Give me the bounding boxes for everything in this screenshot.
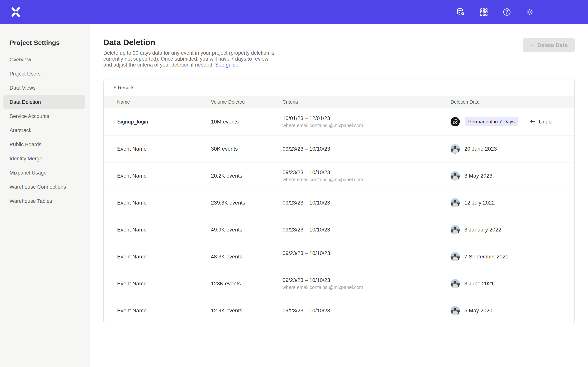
row-name: Event Name — [117, 281, 211, 287]
main-content: Data Deletion Delete up to 90 days data … — [90, 24, 588, 367]
row-criteria-range: 09/23/23 – 10/10/23 — [283, 227, 450, 233]
table-header: Name Volume Deleted Criteria Deletion Da… — [104, 96, 574, 108]
row-deletion-date: 12 July 2022 — [450, 198, 574, 207]
sidebar-item-warehouse-connections[interactable]: Warehouse Connections — [3, 180, 85, 194]
help-icon — [502, 8, 511, 17]
deletion-date-text: 5 May 2020 — [464, 308, 492, 314]
row-deletion-date: 3 May 2023 — [450, 171, 574, 180]
user-avatar — [450, 279, 460, 288]
page-description: Delete up to 90 days data for any event … — [103, 50, 277, 68]
see-guide-link[interactable]: See guide — [215, 62, 239, 68]
table-row: Event Name 30K events 09/23/23 – 10/10/2… — [104, 135, 574, 162]
row-criteria: 09/23/23 – 10/10/23 — [283, 200, 450, 206]
delete-data-button-label: Delete Data — [537, 42, 568, 48]
row-criteria-range: 09/23/23 – 10/10/23 — [283, 169, 450, 175]
sidebar-item-overview[interactable]: Overview — [3, 53, 85, 67]
row-name: Signup_login — [117, 119, 211, 125]
row-criteria-filter — [283, 258, 450, 263]
row-criteria-range: 10/01/23 – 12/01/23 — [283, 115, 450, 121]
results-count: 5 Results — [104, 79, 574, 96]
data-management-button[interactable] — [456, 8, 466, 17]
row-volume: 48.3K events — [211, 254, 283, 260]
help-button[interactable] — [502, 8, 511, 17]
row-volume: 239.3K events — [211, 200, 283, 206]
layout: Project Settings OverviewProject UsersDa… — [0, 24, 588, 367]
row-deletion-date: 3 June 2021 — [450, 279, 574, 288]
user-avatar — [450, 225, 460, 234]
row-criteria-range: 09/23/23 – 10/10/23 — [283, 308, 450, 314]
apps-grid-icon — [479, 8, 488, 17]
row-criteria-range: 09/23/23 – 10/10/23 — [283, 146, 450, 152]
topbar — [0, 0, 588, 24]
row-criteria: 10/01/23 – 12/01/23 where email contains… — [283, 115, 450, 128]
mixpanel-logo[interactable] — [11, 7, 21, 17]
row-volume: 10M events — [211, 119, 283, 125]
user-avatar — [450, 198, 460, 207]
row-name: Event Name — [117, 200, 211, 206]
sidebar-nav: OverviewProject UsersData ViewsData Dele… — [0, 53, 90, 208]
deletion-date-text: 20 June 2023 — [464, 146, 497, 152]
user-avatar — [450, 252, 460, 261]
sidebar-item-data-views[interactable]: Data Views — [3, 81, 85, 95]
sidebar-item-autotrack[interactable]: Autotrack — [3, 123, 85, 137]
row-volume: 123K events — [211, 281, 283, 287]
sidebar: Project Settings OverviewProject UsersDa… — [0, 24, 90, 367]
user-avatar — [450, 144, 460, 153]
row-criteria-range: 09/23/23 – 10/10/23 — [283, 277, 450, 283]
column-header-name: Name — [117, 99, 211, 105]
row-name: Event Name — [117, 146, 211, 152]
undo-icon — [530, 118, 536, 125]
row-volume: 20.2K events — [211, 173, 283, 179]
page-head: Data Deletion Delete up to 90 days data … — [103, 24, 575, 68]
sidebar-item-identity-merge[interactable]: Identity Merge — [3, 151, 85, 166]
sidebar-title: Project Settings — [9, 39, 90, 46]
topbar-icons — [456, 8, 534, 17]
undo-label: Undo — [539, 119, 552, 125]
row-deletion-date: 20 June 2023 — [450, 144, 574, 153]
table-body: Signup_login 10M events 10/01/23 – 12/01… — [104, 108, 574, 324]
permanent-badge: Permanent in 7 Days — [465, 117, 518, 126]
table-row: Event Name 12.9K events 09/23/23 – 10/10… — [104, 297, 574, 324]
row-criteria: 09/23/23 – 10/10/23 where email contains… — [283, 169, 450, 182]
row-criteria-filter: where email contains @mixpanel.com — [283, 123, 450, 128]
deletion-date-text: 7 September 2021 — [464, 254, 508, 260]
sidebar-item-public-boards[interactable]: Public Boards — [3, 137, 85, 151]
row-criteria: 09/23/23 – 10/10/23 where email contains… — [283, 277, 450, 290]
row-deletion-date: 7 September 2021 — [450, 252, 574, 261]
user-avatar — [450, 117, 460, 126]
deletion-date-text: 3 May 2023 — [464, 173, 492, 179]
row-volume: 30K events — [211, 146, 283, 152]
database-gear-icon — [457, 8, 465, 17]
row-criteria-range: 09/23/23 – 10/10/23 — [283, 250, 450, 256]
user-avatar — [450, 306, 460, 315]
sidebar-item-service-accounts[interactable]: Service Accounts — [3, 109, 85, 123]
table-row: Event Name 239.3K events 09/23/23 – 10/1… — [104, 189, 574, 216]
column-header-criteria: Criteria — [283, 99, 450, 105]
row-volume: 12.9K events — [211, 308, 283, 314]
row-criteria: 09/23/23 – 10/10/23 — [283, 250, 450, 263]
sidebar-item-project-users[interactable]: Project Users — [3, 67, 85, 81]
sidebar-item-data-deletion[interactable]: Data Deletion — [3, 95, 85, 109]
undo-button[interactable]: Undo — [530, 118, 552, 125]
row-name: Event Name — [117, 173, 211, 179]
sidebar-item-mixpanel-usage[interactable]: Mixpanel Usage — [3, 166, 85, 180]
apps-grid-button[interactable] — [479, 8, 488, 17]
user-avatar — [450, 171, 460, 180]
row-deletion-date: 5 May 2020 — [450, 306, 574, 315]
table-row: Event Name 123K events 09/23/23 – 10/10/… — [104, 270, 574, 297]
row-volume: 49.9K events — [211, 227, 283, 233]
table-row: Event Name 49.9K events 09/23/23 – 10/10… — [104, 216, 574, 243]
page-head-text: Data Deletion Delete up to 90 days data … — [103, 24, 277, 68]
sidebar-item-warehouse-tables[interactable]: Warehouse Tables — [3, 194, 85, 208]
row-deletion-date: Permanent in 7 Days Undo — [450, 117, 574, 126]
row-criteria-range: 09/23/23 – 10/10/23 — [283, 200, 450, 206]
row-criteria: 09/23/23 – 10/10/23 — [283, 227, 450, 233]
deletion-date-text: 3 June 2021 — [464, 281, 494, 287]
row-name: Event Name — [117, 227, 211, 233]
delete-data-button[interactable]: + Delete Data — [523, 38, 575, 52]
table-row: Signup_login 10M events 10/01/23 – 12/01… — [104, 108, 574, 135]
row-criteria-filter: where email contains @mixpanel.com — [283, 177, 450, 182]
deletion-date-text: 3 January 2022 — [464, 227, 501, 233]
settings-button[interactable] — [525, 8, 534, 17]
table-row: Event Name 20.2K events 09/23/23 – 10/10… — [104, 162, 574, 189]
